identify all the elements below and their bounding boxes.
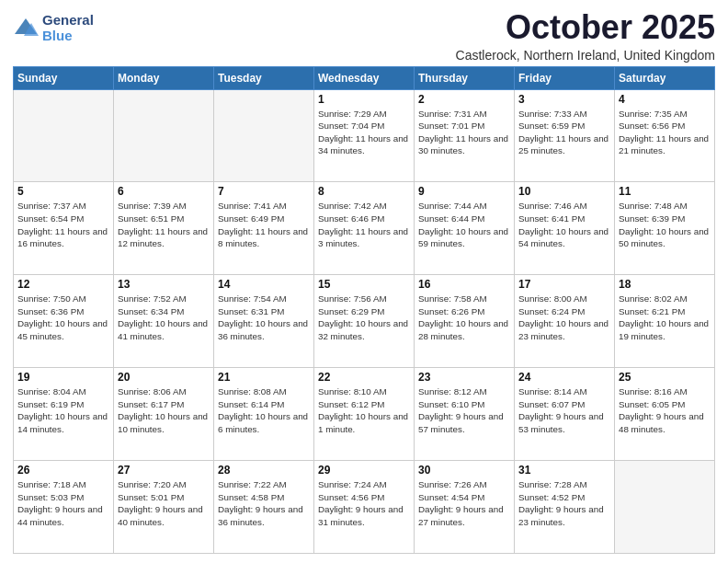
- calendar-header-row: Sunday Monday Tuesday Wednesday Thursday…: [14, 66, 715, 89]
- table-cell: [14, 89, 114, 182]
- day-info: Sunrise: 8:10 AM Sunset: 6:12 PM Dayligh…: [318, 385, 410, 435]
- day-info: Sunrise: 7:41 AM Sunset: 6:49 PM Dayligh…: [218, 200, 310, 249]
- table-cell: 18Sunrise: 8:02 AM Sunset: 6:21 PM Dayli…: [615, 275, 715, 368]
- col-saturday: Saturday: [615, 66, 715, 89]
- calendar-table: Sunday Monday Tuesday Wednesday Thursday…: [13, 66, 715, 554]
- day-number: 5: [17, 185, 109, 198]
- day-number: 9: [418, 185, 510, 198]
- day-number: 23: [418, 371, 510, 384]
- day-number: 16: [418, 278, 510, 291]
- table-cell: 2Sunrise: 7:31 AM Sunset: 7:01 PM Daylig…: [415, 89, 515, 182]
- day-number: 21: [218, 371, 310, 384]
- day-info: Sunrise: 7:44 AM Sunset: 6:44 PM Dayligh…: [418, 200, 510, 249]
- day-info: Sunrise: 7:42 AM Sunset: 6:46 PM Dayligh…: [318, 200, 410, 249]
- day-info: Sunrise: 7:37 AM Sunset: 6:54 PM Dayligh…: [17, 200, 109, 249]
- day-number: 3: [518, 93, 610, 106]
- table-cell: 20Sunrise: 8:06 AM Sunset: 6:17 PM Dayli…: [114, 368, 214, 461]
- table-cell: 11Sunrise: 7:48 AM Sunset: 6:39 PM Dayli…: [615, 182, 715, 275]
- day-info: Sunrise: 7:46 AM Sunset: 6:41 PM Dayligh…: [518, 200, 610, 249]
- table-cell: 28Sunrise: 7:22 AM Sunset: 4:58 PM Dayli…: [214, 461, 314, 554]
- week-row-1: 1Sunrise: 7:29 AM Sunset: 7:04 PM Daylig…: [14, 89, 715, 182]
- table-cell: 21Sunrise: 8:08 AM Sunset: 6:14 PM Dayli…: [214, 368, 314, 461]
- day-number: 28: [218, 464, 310, 477]
- table-cell: 12Sunrise: 7:50 AM Sunset: 6:36 PM Dayli…: [14, 275, 114, 368]
- day-number: 10: [518, 185, 610, 198]
- table-cell: 13Sunrise: 7:52 AM Sunset: 6:34 PM Dayli…: [114, 275, 214, 368]
- day-number: 19: [17, 371, 109, 384]
- day-info: Sunrise: 8:04 AM Sunset: 6:19 PM Dayligh…: [17, 385, 109, 435]
- table-cell: 9Sunrise: 7:44 AM Sunset: 6:44 PM Daylig…: [415, 182, 515, 275]
- table-cell: 24Sunrise: 8:14 AM Sunset: 6:07 PM Dayli…: [515, 368, 615, 461]
- day-info: Sunrise: 7:20 AM Sunset: 5:01 PM Dayligh…: [118, 478, 210, 528]
- day-info: Sunrise: 8:06 AM Sunset: 6:17 PM Dayligh…: [118, 385, 210, 435]
- page: General Blue October 2025 Castlerock, No…: [0, 0, 728, 563]
- logo-blue-text: Blue: [42, 29, 94, 44]
- table-cell: 25Sunrise: 8:16 AM Sunset: 6:05 PM Dayli…: [615, 368, 715, 461]
- day-info: Sunrise: 7:35 AM Sunset: 6:56 PM Dayligh…: [619, 108, 711, 157]
- day-number: 13: [118, 278, 210, 291]
- table-cell: 23Sunrise: 8:12 AM Sunset: 6:10 PM Dayli…: [415, 368, 515, 461]
- table-cell: 17Sunrise: 8:00 AM Sunset: 6:24 PM Dayli…: [515, 275, 615, 368]
- week-row-4: 19Sunrise: 8:04 AM Sunset: 6:19 PM Dayli…: [14, 368, 715, 461]
- day-info: Sunrise: 7:26 AM Sunset: 4:54 PM Dayligh…: [418, 478, 510, 528]
- col-friday: Friday: [515, 66, 615, 89]
- day-info: Sunrise: 7:52 AM Sunset: 6:34 PM Dayligh…: [118, 293, 210, 342]
- col-tuesday: Tuesday: [214, 66, 314, 89]
- day-info: Sunrise: 7:54 AM Sunset: 6:31 PM Dayligh…: [218, 293, 310, 342]
- day-number: 17: [518, 278, 610, 291]
- day-info: Sunrise: 8:14 AM Sunset: 6:07 PM Dayligh…: [518, 385, 610, 435]
- table-cell: 16Sunrise: 7:58 AM Sunset: 6:26 PM Dayli…: [415, 275, 515, 368]
- table-cell: 22Sunrise: 8:10 AM Sunset: 6:12 PM Dayli…: [314, 368, 415, 461]
- day-info: Sunrise: 8:16 AM Sunset: 6:05 PM Dayligh…: [619, 385, 711, 435]
- logo-icon: [13, 16, 39, 41]
- day-info: Sunrise: 7:58 AM Sunset: 6:26 PM Dayligh…: [418, 293, 510, 342]
- table-cell: 15Sunrise: 7:56 AM Sunset: 6:29 PM Dayli…: [314, 275, 415, 368]
- day-info: Sunrise: 7:24 AM Sunset: 4:56 PM Dayligh…: [318, 478, 410, 528]
- table-cell: [615, 461, 715, 554]
- col-thursday: Thursday: [415, 66, 515, 89]
- table-cell: 31Sunrise: 7:28 AM Sunset: 4:52 PM Dayli…: [515, 461, 615, 554]
- day-number: 22: [318, 371, 410, 384]
- table-cell: 29Sunrise: 7:24 AM Sunset: 4:56 PM Dayli…: [314, 461, 415, 554]
- table-cell: 27Sunrise: 7:20 AM Sunset: 5:01 PM Dayli…: [114, 461, 214, 554]
- day-number: 30: [418, 464, 510, 477]
- table-cell: 6Sunrise: 7:39 AM Sunset: 6:51 PM Daylig…: [114, 182, 214, 275]
- table-cell: 4Sunrise: 7:35 AM Sunset: 6:56 PM Daylig…: [615, 89, 715, 182]
- day-number: 31: [518, 464, 610, 477]
- table-cell: [114, 89, 214, 182]
- logo: General Blue: [13, 13, 94, 43]
- day-number: 24: [518, 371, 610, 384]
- logo-text: General Blue: [42, 13, 94, 43]
- subtitle: Castlerock, Northern Ireland, United Kin…: [456, 48, 715, 63]
- title-block: October 2025 Castlerock, Northern Irelan…: [456, 9, 715, 63]
- logo-general-text: General: [42, 13, 94, 29]
- day-number: 7: [218, 185, 310, 198]
- day-info: Sunrise: 7:48 AM Sunset: 6:39 PM Dayligh…: [619, 200, 711, 249]
- day-info: Sunrise: 7:56 AM Sunset: 6:29 PM Dayligh…: [318, 293, 410, 342]
- header: General Blue October 2025 Castlerock, No…: [13, 9, 715, 63]
- day-number: 1: [318, 93, 410, 106]
- day-info: Sunrise: 8:00 AM Sunset: 6:24 PM Dayligh…: [518, 293, 610, 342]
- table-cell: 19Sunrise: 8:04 AM Sunset: 6:19 PM Dayli…: [14, 368, 114, 461]
- day-info: Sunrise: 8:12 AM Sunset: 6:10 PM Dayligh…: [418, 385, 510, 435]
- col-sunday: Sunday: [14, 66, 114, 89]
- day-number: 8: [318, 185, 410, 198]
- table-cell: 8Sunrise: 7:42 AM Sunset: 6:46 PM Daylig…: [314, 182, 415, 275]
- day-number: 18: [619, 278, 711, 291]
- day-number: 27: [118, 464, 210, 477]
- day-number: 20: [118, 371, 210, 384]
- day-number: 2: [418, 93, 510, 106]
- day-info: Sunrise: 7:29 AM Sunset: 7:04 PM Dayligh…: [318, 108, 410, 157]
- week-row-5: 26Sunrise: 7:18 AM Sunset: 5:03 PM Dayli…: [14, 461, 715, 554]
- day-number: 14: [218, 278, 310, 291]
- day-info: Sunrise: 7:18 AM Sunset: 5:03 PM Dayligh…: [17, 478, 109, 528]
- month-title: October 2025: [456, 9, 715, 46]
- col-wednesday: Wednesday: [314, 66, 415, 89]
- table-cell: 14Sunrise: 7:54 AM Sunset: 6:31 PM Dayli…: [214, 275, 314, 368]
- day-number: 26: [17, 464, 109, 477]
- day-info: Sunrise: 7:33 AM Sunset: 6:59 PM Dayligh…: [518, 108, 610, 157]
- day-info: Sunrise: 7:31 AM Sunset: 7:01 PM Dayligh…: [418, 108, 510, 157]
- table-cell: 26Sunrise: 7:18 AM Sunset: 5:03 PM Dayli…: [14, 461, 114, 554]
- day-info: Sunrise: 7:22 AM Sunset: 4:58 PM Dayligh…: [218, 478, 310, 528]
- col-monday: Monday: [114, 66, 214, 89]
